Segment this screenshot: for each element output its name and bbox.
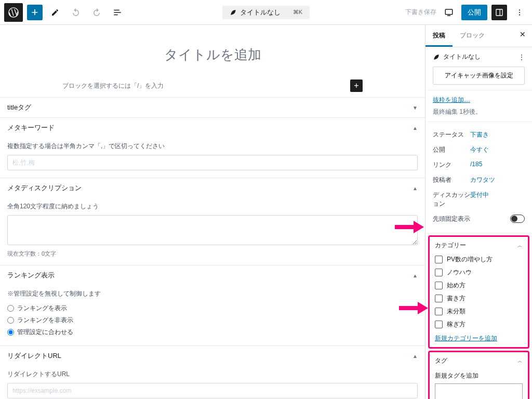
char-count: 現在文字数：0文字	[7, 250, 418, 258]
chevron-up-icon: ▲	[413, 353, 418, 359]
settings-panel-toggle[interactable]	[491, 5, 507, 20]
doc-title-text: タイトルなし	[240, 8, 281, 17]
doc-title-bar[interactable]: タイトルなし ⌘K	[222, 6, 310, 19]
chevron-down-icon: ▼	[413, 105, 418, 111]
permalink-value[interactable]: /185	[470, 161, 482, 169]
author-value[interactable]: カワタツ	[470, 176, 495, 184]
featured-image-button[interactable]: アイキャッチ画像を設定	[433, 66, 525, 85]
publish-button[interactable]: 公開	[461, 5, 487, 20]
undo-icon[interactable]	[68, 4, 84, 21]
section-meta-keyword[interactable]: メタキーワード▲	[0, 118, 425, 138]
svg-rect-1	[114, 9, 119, 10]
meta-keyword-input[interactable]	[7, 155, 418, 170]
shortcut-hint: ⌘K	[293, 9, 302, 16]
preview-icon[interactable]	[441, 4, 457, 21]
top-toolbar: + タイトルなし ⌘K 下書き保存 公開	[0, 0, 532, 25]
svg-point-7	[519, 9, 520, 10]
tag-label: 新規タグを追加	[435, 368, 523, 382]
chevron-up-icon: ▲	[413, 185, 418, 191]
publish-value[interactable]: 今すぐ	[470, 145, 489, 154]
add-excerpt-link[interactable]: 抜粋を追加…	[433, 96, 470, 103]
post-title-input[interactable]: タイトルを追加	[0, 46, 425, 64]
meta-keyword-hint: 複数指定する場合は半角カンマ「,」で区切ってください	[7, 142, 418, 151]
more-icon[interactable]	[511, 4, 528, 21]
ranking-show[interactable]: ランキングを表示	[7, 302, 418, 314]
add-block-button[interactable]: +	[27, 5, 43, 20]
chevron-up-icon: ︿	[517, 242, 523, 249]
ranking-hide[interactable]: ランキングを非表示	[7, 314, 418, 326]
chevron-up-icon: ▲	[413, 273, 418, 278]
section-title-tag[interactable]: titleタグ▼	[0, 98, 425, 117]
annotation-arrow-2	[399, 299, 425, 318]
doc-more-icon[interactable]: ⋮	[518, 54, 525, 61]
ranking-default[interactable]: 管理設定に合わせる	[7, 326, 418, 338]
ranking-hint: ※管理設定を無視して制御します	[7, 289, 418, 298]
discussion-value[interactable]: 受付中	[470, 191, 489, 208]
cat-item-0[interactable]: PV数の増やし方	[435, 253, 523, 266]
svg-point-9	[519, 14, 520, 15]
redirect-hint: リダイレクトするURL	[7, 370, 418, 379]
section-redirect[interactable]: リダイレクトURL▲	[0, 346, 425, 366]
last-edit-text: 最終編集 1秒後。	[433, 108, 525, 116]
editor-canvas: タイトルを追加 ブロックを選択するには「/」を入力 + titleタグ▼ メタキ…	[0, 25, 425, 399]
svg-point-8	[519, 11, 520, 12]
sticky-toggle[interactable]	[510, 215, 525, 223]
category-header[interactable]: カテゴリー︿	[435, 241, 523, 253]
overview-icon[interactable]	[109, 4, 126, 21]
category-panel: カテゴリー︿ PV数の増やし方 ノウハウ 始め方 書き方 未分類 稼ぎ方 新規カ…	[428, 235, 529, 349]
svg-rect-5	[496, 9, 502, 16]
meta-desc-input[interactable]	[7, 215, 418, 245]
svg-rect-4	[445, 9, 453, 15]
inline-add-block-button[interactable]: +	[350, 79, 363, 92]
save-draft-button[interactable]: 下書き保存	[405, 8, 436, 17]
tab-post[interactable]: 投稿	[425, 25, 453, 47]
cat-item-3[interactable]: 書き方	[435, 292, 523, 305]
meta-desc-hint: 全角120文字程度に納めましょう	[7, 202, 418, 211]
tag-panel: タグ︿ 新規タグを追加 半角コンマまたはエンターキーで区切ります。	[428, 351, 529, 399]
close-sidebar-button[interactable]: ✕	[513, 25, 532, 47]
redo-icon[interactable]	[88, 4, 105, 21]
settings-sidebar: 投稿 ブロック ✕ タイトルなし ⋮ アイキャッチ画像を設定 抜粋を追加… 最終…	[425, 25, 532, 399]
section-meta-desc[interactable]: メタディスクリプション▲	[0, 178, 425, 198]
wp-logo[interactable]	[4, 3, 23, 22]
block-prompt[interactable]: ブロックを選択するには「/」を入力	[62, 82, 164, 90]
tag-input[interactable]	[435, 383, 523, 399]
svg-rect-2	[114, 12, 121, 13]
status-value[interactable]: 下書き	[470, 130, 489, 139]
sidebar-doc-title: タイトルなし	[443, 52, 481, 61]
svg-rect-3	[114, 14, 118, 15]
tag-header[interactable]: タグ︿	[435, 356, 523, 368]
add-category-link[interactable]: 新規カテゴリーを追加	[435, 335, 497, 342]
feather-icon	[433, 54, 440, 61]
cat-item-5[interactable]: 稼ぎ方	[435, 318, 523, 331]
edit-icon[interactable]	[47, 4, 63, 21]
feather-icon	[230, 9, 237, 16]
cat-item-4[interactable]: 未分類	[435, 305, 523, 318]
cat-item-1[interactable]: ノウハウ	[435, 266, 523, 279]
cat-item-2[interactable]: 始め方	[435, 279, 523, 292]
tab-block[interactable]: ブロック	[453, 25, 492, 47]
redirect-input[interactable]	[7, 383, 418, 398]
section-ranking[interactable]: ランキング表示▲	[0, 265, 425, 285]
annotation-arrow-1	[395, 218, 424, 237]
chevron-up-icon: ︿	[517, 357, 523, 365]
chevron-up-icon: ▲	[413, 125, 418, 131]
